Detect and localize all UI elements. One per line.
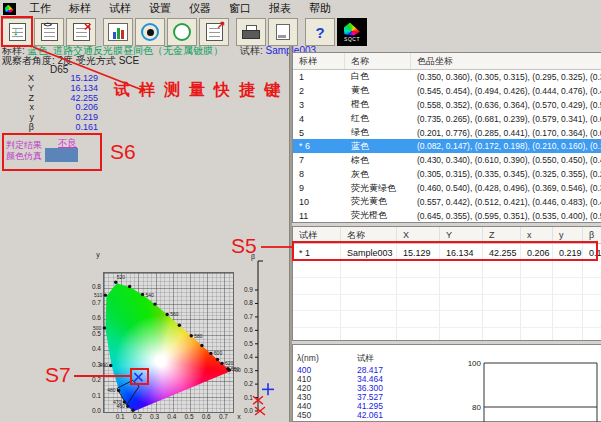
standards-row-1[interactable]: 1白色(0.350, 0.360), (0.305, 0.315), (0.29…: [293, 70, 601, 84]
standards-table-header: 标样 名称 色品坐标: [293, 53, 601, 70]
col-standard: 标样: [293, 53, 345, 69]
svg-text:470: 470: [113, 399, 122, 405]
svg-text:80: 80: [472, 403, 481, 412]
list-down-arrow-icon: ↓: [9, 23, 26, 41]
standards-row-8[interactable]: 8灰色(0.305, 0.315), (0.335, 0.345), (0.32…: [293, 167, 601, 181]
svg-text:490: 490: [99, 362, 108, 368]
samples-empty-row: [293, 328, 601, 341]
print-preview-button[interactable]: [268, 18, 298, 46]
standards-row-9[interactable]: 9荧光黄绿色(0.460, 0.540), (0.428, 0.496), (0…: [293, 181, 601, 195]
chart-view-button[interactable]: [103, 18, 133, 46]
svg-text:0.2: 0.2: [244, 380, 253, 387]
beta-axis: β0.00.10.20.30.40.50.60.70.80.9: [240, 247, 292, 422]
print-button[interactable]: [236, 18, 266, 46]
svg-text:540: 540: [146, 292, 155, 298]
svg-text:0.0: 0.0: [92, 407, 101, 414]
delete-button[interactable]: ×: [66, 18, 96, 46]
samples-col-4: Z: [483, 227, 521, 243]
menu-item-help[interactable]: 帮助: [300, 1, 340, 15]
menu-item-work[interactable]: 工作: [20, 1, 60, 15]
svg-text:0.0: 0.0: [244, 407, 253, 414]
standards-row-5[interactable]: 5绿色(0.201, 0.776), (0.285, 0.441), (0.17…: [293, 126, 601, 140]
compare-button[interactable]: <>: [34, 18, 64, 46]
standards-row-7[interactable]: 7棕色(0.430, 0.340), (0.610, 0.390), (0.55…: [293, 153, 601, 167]
menu-item-standard[interactable]: 标样: [60, 1, 100, 15]
samples-row-1[interactable]: * 1Sample00315.12916.13442.2550.2060.219…: [293, 244, 601, 262]
samples-table-body: * 1Sample00315.12916.13442.2550.2060.219…: [293, 244, 601, 341]
list-export-arrow-icon: ↗: [206, 23, 223, 41]
standards-row-2[interactable]: 2黄色(0.545, 0.454), (0.494, 0.426), (0.44…: [293, 84, 601, 98]
samples-col-2: X: [397, 227, 440, 243]
svg-text:0.7: 0.7: [219, 413, 228, 420]
spectral-list: 40028.41741034.46442036.30043037.5274404…: [297, 365, 383, 422]
svg-text:100: 100: [468, 359, 482, 368]
measure-sample-button[interactable]: ↓: [2, 18, 32, 46]
menu-bar: 工作标样试样设置仪器窗口报表帮助: [0, 0, 601, 16]
svg-text:0.2: 0.2: [92, 376, 101, 383]
samples-empty-row: [293, 311, 601, 327]
spectral-row-420: 42036.300: [297, 383, 383, 392]
tristimulus-values: X15.129Y16.134Z42.255x0.206y0.219β0.161: [4, 73, 98, 132]
measure-target-button[interactable]: [135, 18, 165, 46]
observer-mode-line: 观察者角度: 2度 受光方式 SCE: [2, 54, 139, 68]
svg-text:0.8: 0.8: [92, 283, 101, 290]
empty-target-icon: [173, 23, 191, 41]
standards-row-11[interactable]: 11荧光橙色(0.645, 0.355), (0.595, 0.351), (0…: [293, 209, 601, 223]
wavelength-header: λ(nm): [297, 353, 319, 363]
app-icon: [3, 3, 16, 15]
tristimulus-row: X15.129: [4, 73, 98, 83]
filled-target-icon: [141, 23, 159, 41]
sqct-gamut-icon: [344, 23, 361, 36]
samples-panel: 试样名称XYZxyβ * 1Sample00315.12916.13442.25…: [292, 226, 601, 341]
printer-icon: [242, 25, 260, 40]
standards-row-4[interactable]: 4红色(0.735, 0.265), (0.681, 0.239), (0.57…: [293, 112, 601, 126]
annotation-s7: S7: [45, 363, 71, 387]
svg-text:510: 510: [94, 292, 103, 298]
svg-text:0.7: 0.7: [92, 299, 101, 306]
menu-item-window[interactable]: 窗口: [220, 1, 260, 15]
samples-col-7: β: [583, 227, 601, 243]
svg-text:0.6: 0.6: [92, 314, 101, 321]
svg-text:500: 500: [93, 325, 102, 331]
svg-text:0.8: 0.8: [244, 299, 253, 306]
svg-text:0.5: 0.5: [184, 413, 193, 420]
menu-items: 工作标样试样设置仪器窗口报表帮助: [20, 1, 340, 16]
menu-item-settings[interactable]: 设置: [140, 1, 180, 15]
samples-col-1: 名称: [341, 227, 397, 243]
standards-row-3[interactable]: 3橙色(0.558, 0.352), (0.636, 0.364), (0.57…: [293, 98, 601, 112]
col-coords: 色品坐标: [411, 53, 601, 69]
standards-row-10[interactable]: 10荧光黄色(0.557, 0.442), (0.512, 0.421), (0…: [293, 195, 601, 209]
samples-empty-row: [293, 278, 601, 294]
svg-text:0.1: 0.1: [92, 392, 101, 399]
svg-text:0.6: 0.6: [202, 413, 211, 420]
sqct-logo-button[interactable]: SQCT: [337, 18, 367, 46]
sample-label: 试样:: [240, 45, 263, 56]
toolbar: ↓ <> × ↗ ? SQCT: [2, 18, 369, 46]
svg-text:0.9: 0.9: [244, 286, 253, 293]
color-simulation-label: 颜色仿真: [6, 150, 42, 163]
svg-text:480: 480: [107, 387, 116, 393]
svg-text:0.4: 0.4: [92, 345, 101, 352]
svg-text:0.3: 0.3: [244, 367, 253, 374]
menu-item-sample[interactable]: 试样: [100, 1, 140, 15]
svg-text:0.1: 0.1: [116, 413, 125, 420]
list-angle-brackets-icon: <>: [41, 23, 58, 41]
color-simulation-swatch: [45, 148, 78, 162]
print-page-icon: [276, 24, 290, 40]
help-button[interactable]: ?: [305, 18, 335, 46]
standards-panel: 标样 名称 色品坐标 1白色(0.350, 0.360), (0.305, 0.…: [292, 52, 601, 223]
menu-item-instrument[interactable]: 仪器: [180, 1, 220, 15]
export-button[interactable]: ↗: [199, 18, 229, 46]
samples-empty-row: [293, 262, 601, 278]
svg-text:0.5: 0.5: [244, 340, 253, 347]
svg-text:0.3: 0.3: [150, 413, 159, 420]
tristimulus-row: y0.219: [4, 112, 98, 122]
svg-text:0.6: 0.6: [244, 326, 253, 333]
svg-text:520: 520: [117, 274, 126, 280]
menu-item-report[interactable]: 报表: [260, 1, 300, 15]
svg-text:580: 580: [194, 333, 203, 339]
standards-row-6[interactable]: * 6蓝色(0.082, 0.147), (0.172, 0.198), (0.…: [293, 139, 601, 153]
svg-text:0.2: 0.2: [133, 413, 142, 420]
samples-col-0: 试样: [293, 227, 341, 243]
calibrate-button[interactable]: [167, 18, 197, 46]
